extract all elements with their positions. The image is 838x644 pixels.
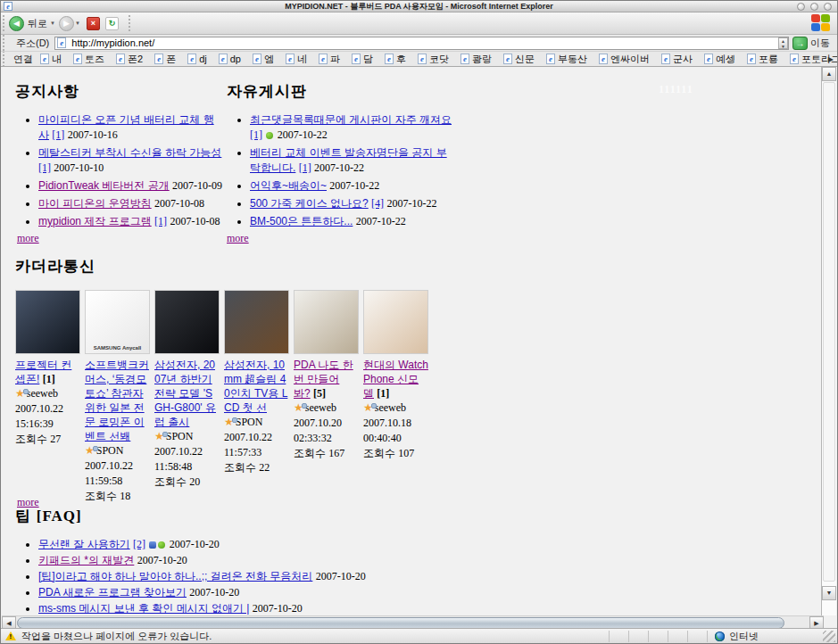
comment-count-link[interactable]: [1] [154,215,167,227]
address-bar-grip[interactable] [3,35,5,51]
favorite-link[interactable]: e 파 [319,53,340,66]
favorite-link[interactable]: e 군사 [661,53,693,66]
close-button[interactable] [824,3,832,11]
security-zone-pane: 인터넷 [707,631,823,642]
stop-button[interactable]: × [87,17,100,30]
favorite-link[interactable]: e dj [187,54,207,64]
links-bar-grip[interactable] [3,52,4,67]
post-link[interactable]: PDA 새로운 프로그램 찾아보기 [38,586,187,599]
board-more-link[interactable]: more [227,232,249,245]
comment-count-link[interactable]: [1] [299,161,311,174]
vertical-scrollbar[interactable]: ▲ ▼ [821,67,836,615]
news-thumbnail[interactable] [294,290,359,354]
post-link[interactable]: mypidion 제작 프로그램 [38,215,152,227]
status-bar: 작업을 마쳤으나 페이지에 오류가 있습니다. 인터넷 [1,628,837,643]
vertical-scroll-thumb[interactable] [823,82,835,582]
go-button[interactable]: → [792,37,808,50]
favorite-link[interactable]: e 예셍 [704,53,735,66]
post-date: 2007.10.20 [294,416,359,431]
post-link[interactable]: 최근댓글목록때문에 게시판이 자주 깨져요 [250,113,452,126]
post-date: 2007-10-16 [68,128,118,141]
favorite-link[interactable]: e 폰2 [116,53,143,66]
post-link[interactable]: [팁]이라고 해야 하나 말아야 하나..;; 걸려온 전화 무음처리 [38,570,312,582]
address-label: 주소(D) [16,37,49,50]
views-count: 27 [50,433,61,445]
counter-watermark: 111111 [659,83,693,96]
page-favicon: e [57,37,66,48]
favorite-link[interactable]: e 코닷 [418,53,449,66]
page-icon: e [286,54,295,64]
favorite-link[interactable]: e 엔싸이버 [599,53,650,66]
comment-count-link[interactable]: [1] [250,128,262,141]
comment-count-link[interactable]: [4] [371,197,384,210]
comment-count-link[interactable]: [1] [38,161,51,174]
address-input[interactable] [70,37,778,49]
page-icon: e [418,54,427,64]
maximize-button[interactable] [810,3,818,11]
links-overflow-icon[interactable]: ▶ [828,55,834,63]
news-link[interactable]: 삼성전자, 10mm 超슬림 40인치 TV용 LCD 첫 선 [224,359,287,414]
menu-item[interactable] [216,22,220,24]
favorite-link[interactable]: e 신문 [503,53,535,66]
address-dropdown-stepper[interactable]: ▲▼ [778,37,788,49]
list-item: ms-sms 메시지 보낸 후 확인 메시지 없애기 | 2007-10-20 [38,601,658,616]
favorite-link[interactable]: e 토즈 [73,53,104,66]
post-link[interactable]: PidionTweak 베타버전 공개 [38,179,170,192]
post-link[interactable]: ms-sms 메시지 보낸 후 확인 메시지 없애기 | [38,602,249,615]
scroll-down-button[interactable]: ▼ [822,586,836,600]
post-link[interactable]: 키패드의 *의 재발견 [38,554,134,566]
news-thumbnail[interactable] [224,290,289,354]
favorite-link[interactable]: e 담 [352,53,373,66]
news-thumbnail[interactable] [154,290,220,354]
post-link[interactable]: 무선랜 잘 사용하기 [38,538,130,550]
author-name: SPON [96,444,124,457]
favorite-link[interactable]: e 네 [286,53,307,66]
board-section: 자유게시판 최근댓글목록때문에 게시판이 자주 깨져요 [1] 2007-10-… [227,83,452,232]
post-link[interactable]: 어익후~배송이~ [250,179,327,192]
post-link[interactable]: 마이피디온 오픈 기념 배터리 교체 행사 [38,113,214,141]
favorite-link[interactable]: e 엠 [253,53,274,66]
comment-count-link[interactable]: [1] [52,128,64,141]
news-thumbnail[interactable] [15,290,80,354]
resize-grip[interactable] [823,631,835,642]
favorite-link[interactable]: e 포룡 [747,53,778,66]
menu-item[interactable] [235,22,238,24]
favorite-link[interactable]: e 폰 [154,53,176,66]
toolbar-grip[interactable] [3,15,5,31]
forward-button[interactable]: ▶ ▼ [59,16,80,31]
refresh-button[interactable]: ↻ [105,17,119,30]
comment-count-link[interactable]: [2] [133,538,145,550]
favorite-link[interactable]: e 쾅랑 [460,53,492,66]
post-link[interactable]: 메탈스티커 부착시 수신율 하락 가능성 [38,146,221,159]
favorite-link[interactable]: e dp [219,54,241,64]
menu-item[interactable] [141,22,145,24]
menu-item[interactable] [178,22,182,24]
post-date: 2007-10-20 [137,554,187,566]
scroll-up-button[interactable]: ▲ [822,67,836,81]
post-link[interactable]: 마이 피디온의 운영방침 [38,197,152,210]
post-link[interactable]: BM-500은 튼튼하다... [250,215,353,227]
news-thumbnail[interactable] [363,290,428,354]
news-link[interactable]: 삼성전자, 2007년 하반기 전략 모델 'SGH-G800' 유럽 출시 [154,359,216,428]
menu-item[interactable] [160,22,163,24]
member-level-icon: ★ [15,386,25,401]
page-icon: e [154,54,163,64]
views-count: 107 [398,447,414,459]
list-item: 500 가죽 케이스 없나요? [4] 2007-10-22 [250,196,452,211]
back-button[interactable]: ◀ 뒤로 ▼ [9,16,55,31]
back-dropdown-icon[interactable]: ▼ [50,21,55,26]
notice-more-link[interactable]: more [17,232,39,245]
news-link[interactable]: 소프트뱅크커머스, ‘동경모토쇼’ 참관자 위한 일본 전문 로밍폰 이벤트 선… [85,359,149,442]
news-thumbnail[interactable]: SAMSUNG Anycall [85,290,150,354]
post-time: 15:16:39 [15,417,80,432]
news-link[interactable]: 현대의 Watch Phone 신모델 [363,359,428,400]
menu-item[interactable] [197,22,201,24]
favorite-link[interactable]: e 후 [385,53,406,66]
favorite-link[interactable]: e 내 [40,53,62,66]
views-label: 조회수 [224,461,256,474]
minimize-button[interactable] [797,3,805,11]
favorite-link[interactable]: e 부동산 [546,53,587,66]
forward-dropdown-icon[interactable]: ▼ [75,21,80,26]
post-link[interactable]: 500 가죽 케이스 없나요? [250,197,369,210]
post-date: 2007-10-20 [170,538,220,550]
